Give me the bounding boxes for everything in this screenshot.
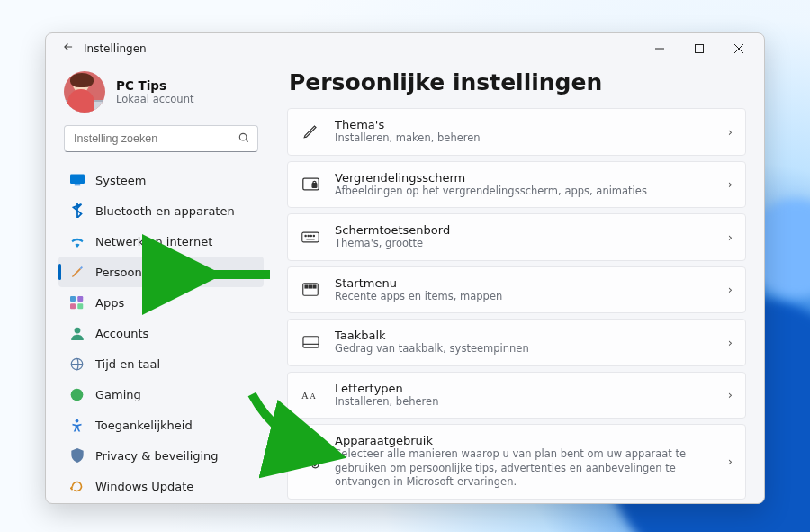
card-fonts[interactable]: AA LettertypenInstalleren, beheren ›: [287, 372, 746, 419]
svg-rect-9: [77, 296, 83, 302]
card-sub: Selecteer alle manieren waarop u van pla…: [335, 447, 714, 490]
svg-point-22: [310, 235, 311, 236]
xbox-icon: [69, 387, 85, 402]
svg-point-4: [239, 133, 247, 140]
chevron-right-icon: ›: [728, 455, 733, 468]
svg-text:A: A: [302, 390, 309, 401]
card-sub: Thema's, grootte: [335, 237, 714, 251]
bluetooth-icon: [69, 203, 85, 219]
minimize-button[interactable]: [640, 33, 680, 64]
svg-rect-33: [302, 455, 315, 464]
maximize-button[interactable]: [680, 33, 719, 64]
card-title: Schermtoetsenbord: [335, 223, 714, 237]
svg-rect-27: [310, 285, 312, 288]
chevron-right-icon: ›: [728, 336, 733, 349]
wifi-icon: [69, 234, 85, 249]
sidebar-item-apps[interactable]: Apps: [58, 287, 264, 318]
svg-rect-11: [77, 303, 83, 309]
card-taskbar[interactable]: TaakbalkGedrag van taakbalk, systeempinn…: [287, 319, 746, 366]
close-button[interactable]: [719, 33, 759, 64]
pen-icon: [301, 123, 320, 140]
sidebar-item-label: Persoonlijke instellingen: [95, 266, 237, 279]
lockscreen-icon: [301, 177, 320, 191]
start-icon: [301, 283, 320, 296]
device-usage-icon: [301, 454, 320, 469]
svg-rect-29: [302, 337, 318, 347]
profile-block[interactable]: PC Tips Lokaal account: [58, 64, 264, 125]
sidebar-item-label: Systeem: [95, 174, 146, 187]
svg-point-18: [312, 182, 315, 185]
sidebar: PC Tips Lokaal account Systeem Bluetooth…: [58, 64, 271, 503]
settings-window: Instellingen PC Tips Lokaal account: [45, 32, 765, 504]
card-sub: Installeren, beheren: [335, 395, 714, 410]
card-sub: Recente apps en items, mappen: [335, 290, 714, 304]
sidebar-item-time-language[interactable]: Tijd en taal: [58, 348, 264, 379]
chevron-right-icon: ›: [728, 388, 733, 401]
card-title: Taakbalk: [335, 329, 714, 342]
svg-point-15: [76, 419, 79, 422]
main-content: Persoonlijke instellingen Thema'sInstall…: [271, 64, 764, 503]
sidebar-item-bluetooth[interactable]: Bluetooth en apparaten: [58, 195, 264, 226]
svg-rect-6: [70, 175, 85, 184]
clock-globe-icon: [69, 356, 85, 372]
titlebar: Instellingen: [46, 33, 764, 64]
fonts-icon: AA: [301, 388, 320, 402]
page-title: Persoonlijke instellingen: [287, 64, 746, 108]
sidebar-item-label: Accounts: [95, 327, 148, 340]
card-device-usage[interactable]: ApparaatgebruikSelecteer alle manieren w…: [287, 424, 746, 500]
sidebar-item-windows-update[interactable]: Windows Update: [58, 471, 264, 501]
card-title: Vergrendelingsscherm: [335, 171, 714, 185]
sidebar-item-label: Gaming: [95, 388, 141, 401]
svg-rect-28: [313, 285, 316, 288]
sidebar-item-accounts[interactable]: Accounts: [58, 318, 264, 348]
chevron-right-icon: ›: [728, 125, 733, 139]
sidebar-nav: Systeem Bluetooth en apparaten Netwerk e…: [58, 161, 264, 501]
svg-text:A: A: [310, 392, 316, 401]
avatar: [64, 71, 105, 113]
taskbar-icon: [301, 336, 320, 348]
settings-list: Thema'sInstalleren, maken, beheren › Ver…: [287, 108, 746, 500]
chevron-right-icon: ›: [728, 230, 733, 244]
back-button[interactable]: [58, 41, 78, 57]
sidebar-item-network[interactable]: Netwerk en internet: [58, 226, 264, 257]
card-sub: Gedrag van taakbalk, systeempinnen: [335, 342, 714, 356]
sidebar-item-label: Apps: [95, 296, 124, 310]
sidebar-item-system[interactable]: Systeem: [58, 165, 264, 195]
search-box[interactable]: [64, 125, 258, 152]
paintbrush-icon: [69, 265, 85, 280]
sidebar-item-label: Toegankelijkheid: [95, 419, 193, 432]
sidebar-item-label: Bluetooth en apparaten: [95, 204, 235, 218]
search-icon: [238, 131, 250, 148]
card-sub: Installeren, maken, beheren: [335, 131, 714, 146]
search-input[interactable]: [74, 132, 238, 145]
card-themes[interactable]: Thema'sInstalleren, maken, beheren ›: [287, 108, 746, 156]
sidebar-item-gaming[interactable]: Gaming: [58, 379, 264, 410]
svg-point-20: [305, 235, 306, 236]
accessibility-icon: [69, 418, 85, 433]
sidebar-item-label: Windows Update: [95, 480, 194, 493]
svg-rect-7: [74, 184, 79, 185]
svg-rect-19: [302, 232, 319, 242]
card-lockscreen[interactable]: VergrendelingsschermAfbeeldingen op het …: [287, 161, 746, 209]
sidebar-item-label: Privacy & beveiliging: [95, 449, 219, 463]
card-title: Startmenu: [335, 276, 714, 290]
windows-update-icon: [69, 479, 85, 494]
svg-rect-26: [305, 285, 308, 288]
profile-name: PC Tips: [116, 78, 194, 93]
person-icon: [69, 326, 85, 341]
card-start[interactable]: StartmenuRecente apps en items, mappen ›: [287, 266, 746, 314]
svg-point-12: [74, 327, 80, 333]
sidebar-item-label: Tijd en taal: [95, 357, 160, 371]
card-sub: Afbeeldingen op het vergrendelingsscherm…: [335, 185, 714, 199]
card-touch-keyboard[interactable]: SchermtoetsenbordThema's, grootte ›: [287, 213, 746, 261]
sidebar-item-personalization[interactable]: Persoonlijke instellingen: [58, 257, 264, 287]
sidebar-item-label: Netwerk en internet: [95, 235, 212, 248]
svg-rect-1: [696, 45, 704, 53]
chevron-right-icon: ›: [728, 283, 733, 296]
svg-point-23: [313, 235, 314, 236]
shield-icon: [69, 448, 85, 464]
sidebar-item-accessibility[interactable]: Toegankelijkheid: [58, 410, 264, 440]
card-title: Lettertypen: [335, 382, 714, 395]
sidebar-item-privacy[interactable]: Privacy & beveiliging: [58, 440, 264, 471]
system-icon: [69, 173, 85, 188]
